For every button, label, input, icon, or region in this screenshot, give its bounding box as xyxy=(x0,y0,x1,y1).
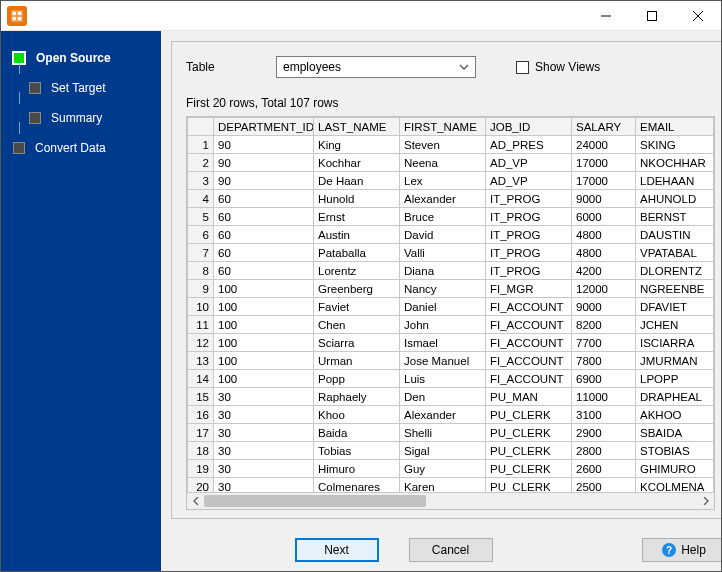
cell[interactable]: Steven xyxy=(400,136,486,154)
cell[interactable]: Alexander xyxy=(400,190,486,208)
table-row[interactable]: 13100UrmanJose ManuelFI_ACCOUNT7800JMURM… xyxy=(188,352,714,370)
cell[interactable]: Popp xyxy=(314,370,400,388)
cell[interactable]: IT_PROG xyxy=(486,190,572,208)
table-row[interactable]: 460HunoldAlexanderIT_PROG9000AHUNOLD xyxy=(188,190,714,208)
cell[interactable]: 60 xyxy=(214,262,314,280)
table-row[interactable]: 12100SciarraIsmaelFI_ACCOUNT7700ISCIARRA xyxy=(188,334,714,352)
cell[interactable]: Lex xyxy=(400,172,486,190)
cell[interactable]: Luis xyxy=(400,370,486,388)
cell[interactable]: FI_ACCOUNT xyxy=(486,370,572,388)
table-row[interactable]: 860LorentzDianaIT_PROG4200DLORENTZ xyxy=(188,262,714,280)
cell[interactable]: 30 xyxy=(214,460,314,478)
cell[interactable]: STOBIAS xyxy=(636,442,714,460)
cell[interactable]: 90 xyxy=(214,172,314,190)
cell[interactable]: FI_ACCOUNT xyxy=(486,334,572,352)
cell[interactable]: Diana xyxy=(400,262,486,280)
cell[interactable]: 8200 xyxy=(572,316,636,334)
cell[interactable]: 3100 xyxy=(572,406,636,424)
cell[interactable]: SBAIDA xyxy=(636,424,714,442)
table-row[interactable]: 1530RaphaelyDenPU_MAN11000DRAPHEAL xyxy=(188,388,714,406)
table-select[interactable]: employees xyxy=(276,56,476,78)
cell[interactable]: 100 xyxy=(214,334,314,352)
cell[interactable]: FI_ACCOUNT xyxy=(486,298,572,316)
cell[interactable]: King xyxy=(314,136,400,154)
cell[interactable]: De Haan xyxy=(314,172,400,190)
table-row[interactable]: 290KochharNeenaAD_VP17000NKOCHHAR xyxy=(188,154,714,172)
cell[interactable]: 30 xyxy=(214,388,314,406)
cell[interactable]: Ismael xyxy=(400,334,486,352)
cell[interactable]: AHUNOLD xyxy=(636,190,714,208)
cell[interactable]: 4800 xyxy=(572,226,636,244)
cell[interactable]: KCOLMENA xyxy=(636,478,714,493)
cell[interactable]: AD_VP xyxy=(486,154,572,172)
cell[interactable]: NKOCHHAR xyxy=(636,154,714,172)
maximize-button[interactable] xyxy=(629,1,675,30)
cell[interactable]: Sciarra xyxy=(314,334,400,352)
cell[interactable]: Kochhar xyxy=(314,154,400,172)
table-row[interactable]: 390De HaanLexAD_VP17000LDEHAAN xyxy=(188,172,714,190)
cell[interactable]: 60 xyxy=(214,208,314,226)
wizard-step-set-target[interactable]: Set Target xyxy=(1,73,161,103)
cell[interactable]: 2800 xyxy=(572,442,636,460)
cell[interactable]: Bruce xyxy=(400,208,486,226)
cell[interactable]: Himuro xyxy=(314,460,400,478)
table-row[interactable]: 1730BaidaShelliPU_CLERK2900SBAIDA xyxy=(188,424,714,442)
cell[interactable]: 100 xyxy=(214,298,314,316)
cell[interactable]: Chen xyxy=(314,316,400,334)
cell[interactable]: DRAPHEAL xyxy=(636,388,714,406)
cell[interactable]: IT_PROG xyxy=(486,226,572,244)
cell[interactable]: PU_CLERK xyxy=(486,442,572,460)
cell[interactable]: John xyxy=(400,316,486,334)
cell[interactable]: Urman xyxy=(314,352,400,370)
cell[interactable]: PU_CLERK xyxy=(486,424,572,442)
column-header[interactable]: SALARY xyxy=(572,118,636,136)
table-row[interactable]: 1930HimuroGuyPU_CLERK2600GHIMURO xyxy=(188,460,714,478)
cell[interactable]: BERNST xyxy=(636,208,714,226)
cell[interactable]: Neena xyxy=(400,154,486,172)
help-button[interactable]: ? Help xyxy=(642,538,722,562)
cell[interactable]: Greenberg xyxy=(314,280,400,298)
cell[interactable]: Hunold xyxy=(314,190,400,208)
cell[interactable]: 7800 xyxy=(572,352,636,370)
scroll-right-icon[interactable] xyxy=(697,493,714,509)
wizard-step-open-source[interactable]: Open Source xyxy=(1,43,161,73)
cell[interactable]: 4200 xyxy=(572,262,636,280)
cell[interactable]: 9000 xyxy=(572,190,636,208)
cell[interactable]: ISCIARRA xyxy=(636,334,714,352)
cell[interactable]: FI_ACCOUNT xyxy=(486,316,572,334)
cell[interactable]: Jose Manuel xyxy=(400,352,486,370)
cell[interactable]: David xyxy=(400,226,486,244)
cell[interactable]: Tobias xyxy=(314,442,400,460)
cell[interactable]: Austin xyxy=(314,226,400,244)
cell[interactable]: JCHEN xyxy=(636,316,714,334)
cell[interactable]: 60 xyxy=(214,190,314,208)
table-row[interactable]: 660AustinDavidIT_PROG4800DAUSTIN xyxy=(188,226,714,244)
cell[interactable]: 24000 xyxy=(572,136,636,154)
minimize-button[interactable] xyxy=(583,1,629,30)
table-row[interactable]: 1630KhooAlexanderPU_CLERK3100AKHOO xyxy=(188,406,714,424)
cell[interactable]: SKING xyxy=(636,136,714,154)
table-row[interactable]: 560ErnstBruceIT_PROG6000BERNST xyxy=(188,208,714,226)
table-row[interactable]: 10100FavietDanielFI_ACCOUNT9000DFAVIET xyxy=(188,298,714,316)
cell[interactable]: Guy xyxy=(400,460,486,478)
cell[interactable]: LPOPP xyxy=(636,370,714,388)
cell[interactable]: 11000 xyxy=(572,388,636,406)
cell[interactable]: Nancy xyxy=(400,280,486,298)
cell[interactable]: Lorentz xyxy=(314,262,400,280)
cell[interactable]: DAUSTIN xyxy=(636,226,714,244)
show-views-checkbox[interactable]: Show Views xyxy=(516,60,600,74)
cell[interactable]: 17000 xyxy=(572,172,636,190)
cell[interactable]: AD_PRES xyxy=(486,136,572,154)
cell[interactable]: 2500 xyxy=(572,478,636,493)
cell[interactable]: AKHOO xyxy=(636,406,714,424)
cell[interactable]: PU_CLERK xyxy=(486,478,572,493)
scroll-left-icon[interactable] xyxy=(187,493,204,509)
wizard-step-summary[interactable]: Summary xyxy=(1,103,161,133)
cell[interactable]: Karen xyxy=(400,478,486,493)
cell[interactable]: PU_CLERK xyxy=(486,406,572,424)
cell[interactable]: PU_CLERK xyxy=(486,460,572,478)
cell[interactable]: JMURMAN xyxy=(636,352,714,370)
cell[interactable]: Valli xyxy=(400,244,486,262)
cell[interactable]: IT_PROG xyxy=(486,262,572,280)
cell[interactable]: 30 xyxy=(214,478,314,493)
